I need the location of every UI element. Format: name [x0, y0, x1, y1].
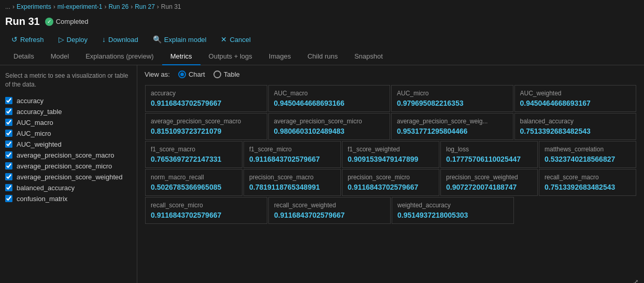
checkbox-balanced_accuracy[interactable]	[5, 184, 12, 191]
metric-card-AUC_macro: AUC_macro 0.9450464668693166	[268, 85, 391, 112]
tab-model[interactable]: Model	[42, 48, 77, 65]
refresh-button[interactable]: ↺ Refresh	[5, 33, 50, 46]
metric-card-placeholder	[515, 197, 636, 224]
cancel-button[interactable]: ✕ Cancel	[214, 33, 256, 46]
tab-outputs[interactable]: Outputs + logs	[201, 48, 261, 65]
metric-card-weighted-accuracy: weighted_accuracy 0.9514937218005303	[392, 197, 514, 224]
metric-card-f1-macro: f1_score_macro 0.7653697272147331	[145, 141, 242, 168]
explain-label: Explain model	[164, 36, 207, 44]
view-as-row: View as: Chart Table	[145, 70, 637, 78]
metric-card-norm-macro-recall: norm_macro_recall 0.5026785366965085	[145, 169, 242, 196]
tab-images[interactable]: Images	[261, 48, 299, 65]
title-bar: Run 31 ✓ Completed	[0, 13, 644, 31]
deploy-label: Deploy	[67, 36, 88, 44]
breadcrumb-experiments[interactable]: Experiments	[17, 3, 51, 10]
metric-card-recall-weighted: recall_score_weighted 0.9116843702579667	[268, 197, 391, 224]
tab-childruns[interactable]: Child runs	[299, 48, 346, 65]
view-as-table[interactable]: Table	[213, 70, 240, 78]
metric-card-AUC_micro: AUC_micro 0.979695082216353	[391, 85, 513, 112]
metrics-row-2: average_precision_score_macro 0.81510937…	[145, 112, 637, 140]
metrics-row-3: f1_score_macro 0.7653697272147331 f1_sco…	[145, 140, 637, 168]
content-area: View as: Chart Table accuracy 0.91168437…	[137, 65, 644, 283]
metrics-grid: accuracy 0.9116843702579667 AUC_macro 0.…	[145, 84, 637, 224]
status-icon: ✓	[45, 18, 53, 26]
metric-checkbox-confusion_matrix[interactable]: confusion_matrix	[5, 193, 132, 204]
metric-checkbox-avg_prec_weighted[interactable]: average_precision_score_weighted	[5, 172, 132, 182]
breadcrumb: ... › Experiments › ml-experiment-1 › Ru…	[0, 0, 644, 13]
cancel-icon: ✕	[221, 35, 227, 44]
sidebar-hint: Select a metric to see a visualization o…	[5, 72, 132, 89]
metric-card-log-loss: log_loss 0.17775706110025447	[440, 141, 538, 168]
metrics-row-4: norm_macro_recall 0.5026785366965085 pre…	[145, 168, 637, 196]
download-icon: ↓	[102, 35, 106, 44]
checkbox-AUC_macro[interactable]	[5, 119, 12, 126]
checkbox-accuracy[interactable]	[5, 97, 12, 104]
metric-checkbox-accuracy[interactable]: accuracy	[5, 95, 132, 106]
checkbox-AUC_micro[interactable]	[5, 130, 12, 137]
metric-card-avg-prec-weighted: average_precision_score_weig... 0.953177…	[391, 113, 513, 140]
metric-card-AUC_weighted: AUC_weighted 0.9450464668693167	[514, 85, 637, 112]
checkbox-AUC_weighted[interactable]	[5, 140, 12, 148]
metric-card-balanced-accuracy: balanced_accuracy 0.7513392683482543	[514, 113, 637, 140]
checkbox-accuracy_table[interactable]	[5, 108, 12, 115]
metric-card-accuracy: accuracy 0.9116843702579667	[145, 85, 267, 112]
breadcrumb-ml-experiment[interactable]: ml-experiment-1	[58, 3, 103, 10]
toolbar: ↺ Refresh ▷ Deploy ↓ Download 🔍 Explain …	[0, 31, 644, 48]
metric-checkbox-AUC_weighted[interactable]: AUC_weighted	[5, 139, 132, 150]
metric-card-avg-prec-macro: average_precision_score_macro 0.81510937…	[145, 113, 267, 140]
explain-icon: 🔍	[153, 35, 162, 44]
chart-label: Chart	[189, 70, 205, 78]
metric-checkbox-accuracy_table[interactable]: accuracy_table	[5, 106, 132, 117]
tab-explanations[interactable]: Explanations (preview)	[77, 48, 162, 65]
checkbox-confusion_matrix[interactable]	[5, 195, 12, 202]
explain-model-button[interactable]: 🔍 Explain model	[147, 33, 213, 46]
cancel-label: Cancel	[230, 36, 250, 44]
breadcrumb-run27[interactable]: Run 27	[135, 3, 155, 10]
metric-checkbox-balanced_accuracy[interactable]: balanced_accuracy	[5, 182, 132, 193]
breadcrumb-run26[interactable]: Run 26	[108, 3, 128, 10]
refresh-label: Refresh	[20, 36, 44, 44]
metric-card-prec-macro: precision_score_macro 0.7819118765348991	[244, 169, 341, 196]
view-as-label: View as:	[145, 70, 170, 78]
status-label: Completed	[56, 18, 89, 25]
download-label: Download	[108, 36, 138, 44]
metric-card-prec-micro: precision_score_micro 0.9116843702579667	[342, 169, 439, 196]
metric-checkbox-avg_prec_micro[interactable]: average_precision_score_micro	[5, 161, 132, 172]
status-badge: ✓ Completed	[45, 18, 89, 26]
metric-card-f1-micro: f1_score_micro 0.9116843702579667	[244, 141, 341, 168]
tab-metrics[interactable]: Metrics	[162, 48, 201, 65]
table-label: Table	[224, 70, 240, 78]
metric-card-prec-weighted: precision_score_weighted 0.9072720074188…	[440, 169, 538, 196]
breadcrumb-dots: ...	[5, 3, 10, 10]
metric-card-matthews: matthews_correlation 0.5323740218566827	[539, 141, 636, 168]
page-title: Run 31	[5, 16, 40, 27]
metrics-row-5: recall_score_micro 0.9116843702579667 re…	[145, 196, 637, 224]
deploy-button[interactable]: ▷ Deploy	[52, 33, 94, 46]
expand-icon[interactable]: ⤢	[633, 278, 639, 283]
metric-card-avg-prec-micro: average_precision_score_micro 0.98066031…	[268, 113, 391, 140]
checkbox-avg_prec_micro[interactable]	[5, 162, 12, 169]
download-button[interactable]: ↓ Download	[96, 33, 145, 46]
nav-tabs: Details Model Explanations (preview) Met…	[0, 48, 644, 65]
breadcrumb-run31: Run 31	[161, 3, 181, 10]
tab-details[interactable]: Details	[5, 48, 42, 65]
metric-card-recall-macro: recall_score_macro 0.7513392683482543	[539, 169, 636, 196]
main-layout: Select a metric to see a visualization o…	[0, 65, 644, 283]
deploy-icon: ▷	[59, 35, 64, 44]
table-radio[interactable]	[213, 70, 221, 78]
chart-radio[interactable]	[178, 70, 186, 78]
checkbox-avg_prec_macro[interactable]	[5, 151, 12, 159]
metric-checkbox-AUC_micro[interactable]: AUC_micro	[5, 128, 132, 139]
refresh-icon: ↺	[11, 35, 18, 44]
metric-card-f1-weighted: f1_score_weighted 0.9091539479147899	[342, 141, 439, 168]
metric-checkbox-avg_prec_macro[interactable]: average_precision_score_macro	[5, 150, 132, 161]
metrics-row-1: accuracy 0.9116843702579667 AUC_macro 0.…	[145, 84, 637, 112]
sidebar: Select a metric to see a visualization o…	[0, 65, 137, 283]
tab-snapshot[interactable]: Snapshot	[346, 48, 391, 65]
metric-checkbox-AUC_macro[interactable]: AUC_macro	[5, 117, 132, 128]
view-as-chart[interactable]: Chart	[178, 70, 205, 78]
checkbox-avg_prec_weighted[interactable]	[5, 173, 12, 180]
metric-card-recall-micro: recall_score_micro 0.9116843702579667	[145, 197, 267, 224]
